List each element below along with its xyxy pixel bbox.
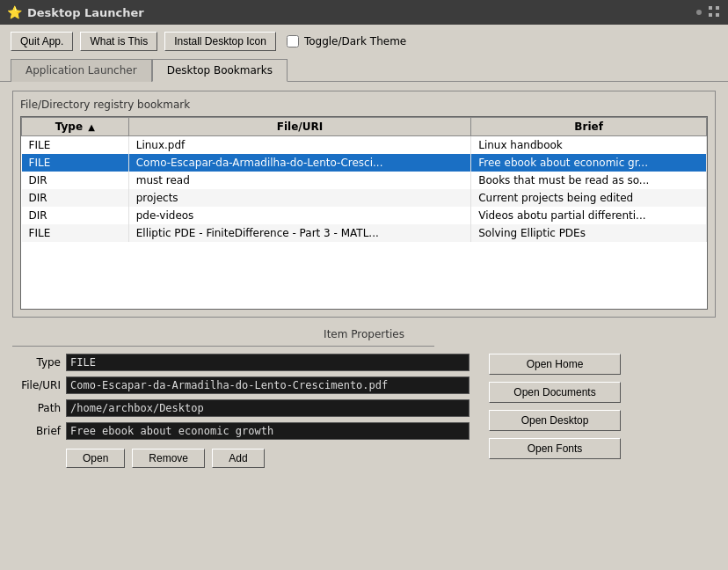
file-row: File/URI: [12, 376, 470, 394]
bookmarks-panel: File/Directory registry bookmark Type ▲ …: [12, 91, 716, 318]
maximize-grid[interactable]: [709, 6, 721, 18]
title-bar-title: Desktop Launcher: [27, 6, 144, 19]
type-row: Type: [12, 354, 470, 371]
file-input[interactable]: [66, 376, 470, 394]
brief-row: Brief: [12, 422, 470, 440]
quit-button[interactable]: Quit App.: [11, 32, 73, 51]
open-fonts-button[interactable]: Open Fonts: [489, 438, 621, 459]
properties-panel: Item Properties Type File/URI Path: [12, 325, 716, 468]
toggle-label: Toggle/Dark Theme: [304, 35, 406, 48]
cell-type: FILE: [22, 154, 129, 172]
type-label: Type: [12, 356, 61, 369]
properties-divider: [12, 346, 434, 347]
cell-brief: Books that must be read as so...: [471, 172, 707, 189]
install-button[interactable]: Install Desktop Icon: [164, 32, 276, 51]
form-buttons: Open Remove Add: [12, 449, 470, 468]
col-header-file[interactable]: File/URI: [128, 118, 471, 136]
path-row: Path: [12, 399, 470, 417]
title-bar: ⭐ Desktop Launcher: [0, 0, 728, 25]
cell-type: DIR: [22, 189, 129, 207]
tab-desktop-bookmarks[interactable]: Desktop Bookmarks: [152, 59, 288, 82]
brief-input[interactable]: [66, 422, 470, 440]
col-header-type[interactable]: Type ▲: [22, 118, 129, 136]
table-row[interactable]: DIRprojectsCurrent projects being edited: [22, 189, 707, 207]
open-desktop-button[interactable]: Open Desktop: [489, 410, 621, 431]
file-label: File/URI: [12, 379, 61, 391]
quick-buttons: Open Home Open Documents Open Desktop Op…: [489, 354, 621, 468]
toggle-container: Toggle/Dark Theme: [287, 35, 406, 48]
path-label: Path: [12, 402, 61, 414]
title-bar-controls: [696, 6, 721, 18]
cell-file: pde-videos: [128, 207, 471, 224]
open-button[interactable]: Open: [66, 449, 125, 468]
minimize-dot[interactable]: [696, 10, 702, 15]
table-row[interactable]: FILELinux.pdfLinux handbook: [22, 136, 707, 155]
tab-application-launcher[interactable]: Application Launcher: [11, 59, 152, 82]
cell-brief: Current projects being edited: [471, 189, 707, 207]
cell-type: DIR: [22, 172, 129, 189]
cell-type: FILE: [22, 224, 129, 242]
cell-brief: Videos abotu partial differenti...: [471, 207, 707, 224]
bottom-section: Type File/URI Path Brief: [12, 354, 716, 468]
cell-brief: Solving Elliptic PDEs: [471, 224, 707, 242]
main-window: Quit App. What is This Install Desktop I…: [0, 25, 728, 570]
cell-type: DIR: [22, 207, 129, 224]
open-home-button[interactable]: Open Home: [489, 354, 621, 375]
form-area: Type File/URI Path Brief: [12, 354, 470, 468]
toolbar: Quit App. What is This Install Desktop I…: [0, 25, 728, 58]
cell-brief: Free ebook about economic gr...: [471, 154, 707, 172]
cell-file: projects: [128, 189, 471, 207]
section-label: File/Directory registry bookmark: [20, 99, 708, 111]
remove-button[interactable]: Remove: [132, 449, 205, 468]
table-container[interactable]: Type ▲ File/URI Brief FILELinux.pdfLinux…: [20, 116, 708, 310]
app-icon: ⭐: [7, 5, 22, 19]
col-header-brief[interactable]: Brief: [471, 118, 707, 136]
cell-file: must read: [128, 172, 471, 189]
cell-file: Como-Escapar-da-Armadilha-do-Lento-Cresc…: [128, 154, 471, 172]
cell-file: Elliptic PDE - FiniteDifference - Part 3…: [128, 224, 471, 242]
sort-arrow-icon: ▲: [88, 122, 95, 132]
path-input[interactable]: [66, 399, 470, 417]
table-row[interactable]: DIRmust readBooks that must be read as s…: [22, 172, 707, 189]
add-button[interactable]: Add: [212, 449, 265, 468]
dark-theme-checkbox[interactable]: [287, 35, 299, 48]
open-documents-button[interactable]: Open Documents: [489, 382, 621, 403]
content-area: File/Directory registry bookmark Type ▲ …: [0, 82, 728, 570]
tab-bar: Application Launcher Desktop Bookmarks: [0, 58, 728, 82]
table-row[interactable]: FILEComo-Escapar-da-Armadilha-do-Lento-C…: [22, 154, 707, 172]
cell-type: FILE: [22, 136, 129, 155]
type-input[interactable]: [66, 354, 470, 371]
properties-title: Item Properties: [12, 325, 716, 346]
table-row[interactable]: FILEElliptic PDE - FiniteDifference - Pa…: [22, 224, 707, 242]
brief-label: Brief: [12, 425, 61, 437]
table-row[interactable]: DIRpde-videosVideos abotu partial differ…: [22, 207, 707, 224]
bookmarks-table: Type ▲ File/URI Brief FILELinux.pdfLinux…: [21, 117, 707, 242]
cell-brief: Linux handbook: [471, 136, 707, 155]
what-is-button[interactable]: What is This: [80, 32, 157, 51]
cell-file: Linux.pdf: [128, 136, 471, 155]
